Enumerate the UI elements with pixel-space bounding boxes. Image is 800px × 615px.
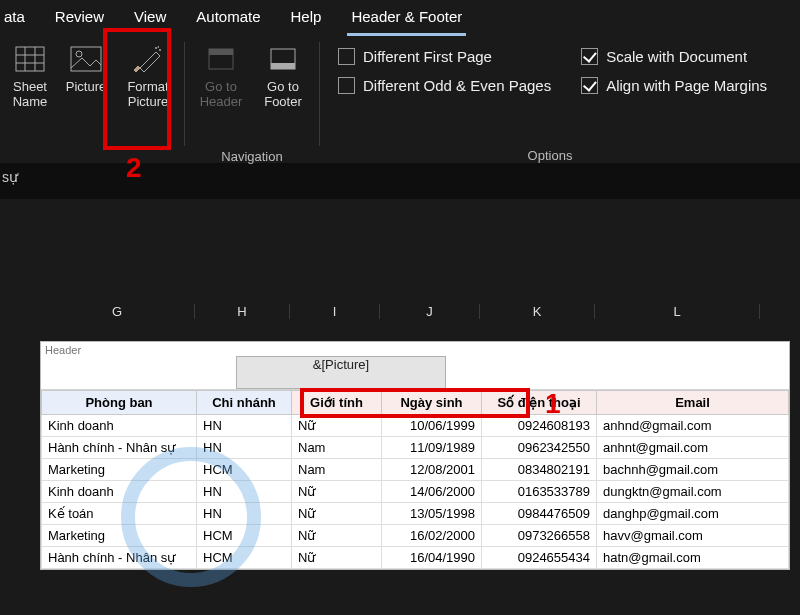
col-G[interactable]: G xyxy=(40,304,195,319)
cell-phone[interactable]: 0834802191 xyxy=(482,459,597,481)
tab-review[interactable]: Review xyxy=(51,4,108,36)
cell-dept[interactable]: Hành chính - Nhân sự xyxy=(42,547,197,569)
svg-rect-12 xyxy=(271,63,295,69)
cell-branch[interactable]: HN xyxy=(197,503,292,525)
col-K[interactable]: K xyxy=(480,304,595,319)
svg-rect-10 xyxy=(209,49,233,55)
cell-email[interactable]: danghp@gmail.com xyxy=(597,503,789,525)
col-J[interactable]: J xyxy=(380,304,480,319)
cell-dob[interactable]: 13/05/1998 xyxy=(382,503,482,525)
cell-gender[interactable]: Nữ xyxy=(292,547,382,569)
header-center-box[interactable]: &[Picture] xyxy=(236,356,446,389)
diff-oddeven-label: Different Odd & Even Pages xyxy=(363,77,551,94)
paintbrush-icon xyxy=(131,42,165,76)
cell-phone[interactable]: 0163533789 xyxy=(482,481,597,503)
tab-header-footer[interactable]: Header & Footer xyxy=(347,4,466,36)
cell-branch[interactable]: HN xyxy=(197,437,292,459)
cell-branch[interactable]: HCM xyxy=(197,525,292,547)
picture-icon xyxy=(69,42,103,76)
col-H[interactable]: H xyxy=(195,304,290,319)
picture-label: Picture xyxy=(66,80,106,95)
table-row[interactable]: Hành chính - Nhân sựHNNam11/09/198909623… xyxy=(42,437,789,459)
tab-data[interactable]: ata xyxy=(0,4,29,36)
diff-first-page-checkbox[interactable]: Different First Page xyxy=(332,46,557,67)
th-gender[interactable]: Giới tính xyxy=(292,391,382,415)
tab-view[interactable]: View xyxy=(130,4,170,36)
cell-branch[interactable]: HCM xyxy=(197,547,292,569)
sheet-name-button[interactable]: SheetName xyxy=(6,36,54,145)
svg-point-6 xyxy=(76,51,82,57)
go-footer-l1: Go to xyxy=(267,79,299,94)
cell-gender[interactable]: Nam xyxy=(292,459,382,481)
cell-gender[interactable]: Nữ xyxy=(292,503,382,525)
cell-email[interactable]: anhnd@gmail.com xyxy=(597,415,789,437)
table-row[interactable]: Hành chính - Nhân sựHCMNữ16/04/199009246… xyxy=(42,547,789,569)
worksheet-page: Header &[Picture] Phòng ban Chi nhánh Gi… xyxy=(40,341,790,570)
cell-dob[interactable]: 16/02/2000 xyxy=(382,525,482,547)
sheet-grid-icon xyxy=(13,42,47,76)
cell-dept[interactable]: Kinh doanh xyxy=(42,481,197,503)
format-picture-button[interactable]: FormatPicture xyxy=(118,36,178,145)
table-row[interactable]: Kế toánHNNữ13/05/19980984476509danghp@gm… xyxy=(42,503,789,525)
go-footer-l2: Footer xyxy=(264,94,302,109)
cell-dept[interactable]: Kế toán xyxy=(42,503,197,525)
table-row[interactable]: Kinh doanhHNNữ10/06/19990924608193anhnd@… xyxy=(42,415,789,437)
cell-dob[interactable]: 10/06/1999 xyxy=(382,415,482,437)
header-boxes: &[Picture] xyxy=(41,356,789,390)
cell-branch[interactable]: HN xyxy=(197,415,292,437)
cell-phone[interactable]: 0962342550 xyxy=(482,437,597,459)
cell-dept[interactable]: Kinh doanh xyxy=(42,415,197,437)
cell-dob[interactable]: 16/04/1990 xyxy=(382,547,482,569)
table-row[interactable]: MarketingHCMNữ16/02/20000973266558havv@g… xyxy=(42,525,789,547)
sheet-name-l2: Name xyxy=(13,94,48,109)
col-I[interactable]: I xyxy=(290,304,380,319)
cell-gender[interactable]: Nữ xyxy=(292,481,382,503)
align-margins-checkbox[interactable]: Align with Page Margins xyxy=(575,75,773,96)
checkbox-icon xyxy=(338,48,355,65)
table-header-row: Phòng ban Chi nhánh Giới tính Ngày sinh … xyxy=(42,391,789,415)
checkbox-icon xyxy=(338,77,355,94)
cell-email[interactable]: hatn@gmail.com xyxy=(597,547,789,569)
cell-phone[interactable]: 0924655434 xyxy=(482,547,597,569)
svg-rect-0 xyxy=(16,47,44,71)
cell-dob[interactable]: 12/08/2001 xyxy=(382,459,482,481)
table-row[interactable]: MarketingHCMNam12/08/20010834802191bachn… xyxy=(42,459,789,481)
tab-automate[interactable]: Automate xyxy=(192,4,264,36)
go-to-footer-button[interactable]: Go toFooter xyxy=(253,36,313,145)
cell-dept[interactable]: Marketing xyxy=(42,525,197,547)
cell-branch[interactable]: HCM xyxy=(197,459,292,481)
formula-text: sự xyxy=(2,169,18,185)
group-label-navigation: Navigation xyxy=(191,145,313,166)
table-row[interactable]: Kinh doanhHNNữ14/06/20000163533789dungkt… xyxy=(42,481,789,503)
scale-doc-checkbox[interactable]: Scale with Document xyxy=(575,46,773,67)
annotation-number-1: 1 xyxy=(545,388,561,420)
col-L[interactable]: L xyxy=(595,304,760,319)
tab-help[interactable]: Help xyxy=(287,4,326,36)
th-email[interactable]: Email xyxy=(597,391,789,415)
header-left-box[interactable] xyxy=(41,356,236,389)
cell-email[interactable]: dungktn@gmail.com xyxy=(597,481,789,503)
cell-phone[interactable]: 0984476509 xyxy=(482,503,597,525)
cell-gender[interactable]: Nam xyxy=(292,437,382,459)
th-branch[interactable]: Chi nhánh xyxy=(197,391,292,415)
th-dob[interactable]: Ngày sinh xyxy=(382,391,482,415)
picture-button[interactable]: Picture xyxy=(56,36,116,145)
cell-gender[interactable]: Nữ xyxy=(292,525,382,547)
header-right-box[interactable] xyxy=(446,356,789,389)
diff-odd-even-checkbox[interactable]: Different Odd & Even Pages xyxy=(332,75,557,96)
cell-phone[interactable]: 0973266558 xyxy=(482,525,597,547)
th-phone[interactable]: Số điện thoại xyxy=(482,391,597,415)
cell-dept[interactable]: Hành chính - Nhân sự xyxy=(42,437,197,459)
cell-dob[interactable]: 14/06/2000 xyxy=(382,481,482,503)
cell-email[interactable]: havv@gmail.com xyxy=(597,525,789,547)
th-dept[interactable]: Phòng ban xyxy=(42,391,197,415)
cell-branch[interactable]: HN xyxy=(197,481,292,503)
ribbon-group-elements: SheetName Picture FormatPicture xyxy=(0,36,184,166)
cell-phone[interactable]: 0924608193 xyxy=(482,415,597,437)
cell-dept[interactable]: Marketing xyxy=(42,459,197,481)
cell-gender[interactable]: Nữ xyxy=(292,415,382,437)
cell-email[interactable]: bachnh@gmail.com xyxy=(597,459,789,481)
cell-email[interactable]: anhnt@gmail.com xyxy=(597,437,789,459)
formula-bar-area: sự xyxy=(0,163,800,199)
cell-dob[interactable]: 11/09/1989 xyxy=(382,437,482,459)
